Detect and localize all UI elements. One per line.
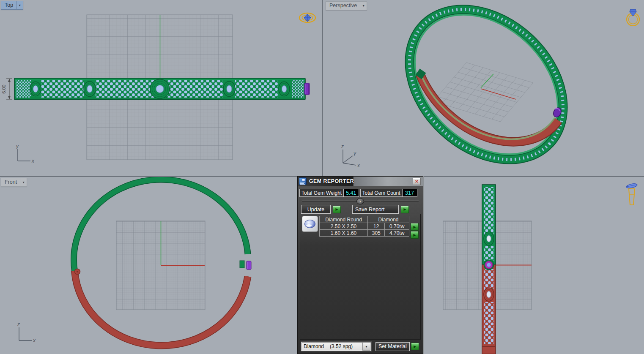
dialog-button-row: Update ▶ Save Report ▶ bbox=[298, 204, 423, 214]
gem-list-panel: Diamond Round Diamond 2.50 X 2.50 12 0.7… bbox=[300, 214, 421, 340]
hinge-pin bbox=[75, 269, 80, 275]
gem-count-cell: 12 bbox=[368, 223, 385, 230]
bezel-station bbox=[484, 288, 494, 301]
total-gem-weight-value: 5.41 bbox=[344, 189, 359, 197]
axis-y-label: y bbox=[353, 150, 356, 156]
gem-table-row[interactable]: 1.60 X 1.60 305 4.70tw bbox=[320, 230, 409, 237]
front-view-canvas[interactable]: z x bbox=[0, 177, 322, 354]
center-gem-bezel bbox=[484, 260, 494, 270]
ring-perspective-icon bbox=[627, 9, 639, 26]
axis-x-label: x bbox=[31, 158, 35, 164]
gem-size-cell: 1.60 X 1.60 bbox=[320, 230, 368, 237]
construction-grid bbox=[116, 221, 205, 310]
gem-table: Diamond Round Diamond 2.50 X 2.50 12 0.7… bbox=[319, 216, 409, 237]
bezel-station bbox=[84, 82, 96, 97]
axis-z-label: z bbox=[341, 144, 344, 150]
gem-reporter-icon bbox=[299, 177, 307, 185]
clasp-purple bbox=[304, 83, 310, 95]
gem-count-cell: 305 bbox=[368, 230, 385, 237]
dimension-label: 6.00 bbox=[1, 84, 6, 93]
axis-indicator: y x bbox=[16, 143, 35, 164]
total-gem-weight-stat: Total Gem Weight 5.41 bbox=[299, 189, 359, 197]
total-gem-count-stat: Total Gem Count 317 bbox=[360, 189, 417, 197]
total-gem-count-label: Total Gem Count bbox=[360, 189, 403, 197]
bracelet-side-view[interactable] bbox=[482, 185, 496, 354]
bracelet-perspective[interactable] bbox=[380, 0, 593, 176]
material-header: Diamond bbox=[368, 216, 409, 223]
round-gem-image bbox=[304, 220, 315, 228]
viewport-front[interactable]: z x Front ▼ bbox=[0, 177, 322, 354]
close-icon[interactable]: ✕ bbox=[413, 178, 421, 185]
axis-z-label: z bbox=[17, 321, 20, 327]
row-action-arrow-icon[interactable]: ▶ bbox=[411, 231, 419, 239]
save-report-button[interactable]: Save Report bbox=[352, 205, 399, 214]
grid-axis-red bbox=[481, 89, 516, 99]
ring-top-view-icon bbox=[299, 13, 315, 22]
bezel-station bbox=[223, 82, 235, 97]
viewport-perspective[interactable]: z y x Perspective ▼ bbox=[323, 0, 644, 176]
update-button[interactable]: Update bbox=[301, 205, 331, 214]
section-divider: ▲ bbox=[302, 198, 419, 204]
set-material-button[interactable]: Set Material bbox=[375, 342, 410, 351]
top-view-canvas[interactable]: 6.00 y x bbox=[0, 0, 322, 176]
set-material-action-arrow-icon[interactable]: ▶ bbox=[411, 343, 419, 350]
axis-y-label: y bbox=[16, 143, 19, 149]
material-bar: Diamond (3.52 spg) ▼ Set Material ▶ bbox=[301, 341, 419, 351]
save-report-action-arrow-icon[interactable]: ▶ bbox=[401, 206, 409, 213]
clasp-assembly bbox=[240, 261, 251, 270]
chevron-down-icon[interactable]: ▼ bbox=[362, 342, 370, 351]
total-gem-count-value: 317 bbox=[403, 189, 417, 197]
gem-stats-row: Total Gem Weight 5.41 Total Gem Count 31… bbox=[298, 186, 423, 198]
viewport-top[interactable]: 6.00 y x Top ▼ bbox=[0, 0, 322, 176]
dialog-title: GEM REPORTER bbox=[309, 178, 354, 184]
update-action-arrow-icon[interactable]: ▶ bbox=[333, 206, 341, 213]
dialog-titlebar[interactable]: GEM REPORTER ✕ bbox=[298, 177, 423, 186]
chevron-down-icon[interactable]: ▼ bbox=[20, 178, 27, 186]
gem-weight-cell: 0.70tw bbox=[385, 223, 409, 230]
bezel-station bbox=[484, 232, 494, 245]
gem-table-header-row: Diamond Round Diamond bbox=[320, 216, 409, 223]
gem-size-cell: 2.50 X 2.50 bbox=[320, 223, 368, 230]
axis-x-label: x bbox=[33, 338, 36, 343]
axis-x-label: x bbox=[357, 163, 360, 169]
gem-preview-thumbnail[interactable] bbox=[302, 216, 318, 232]
total-gem-weight-label: Total Gem Weight bbox=[299, 189, 344, 197]
center-bezel-station bbox=[150, 79, 170, 99]
gem-weight-cell: 4.70tw bbox=[385, 230, 409, 237]
viewport-tab-perspective[interactable]: Perspective ▼ bbox=[326, 1, 367, 10]
collapse-button[interactable]: ▲ bbox=[356, 198, 364, 204]
chevron-down-icon[interactable]: ▼ bbox=[16, 1, 23, 9]
gem-table-row[interactable]: 2.50 X 2.50 12 0.70tw bbox=[320, 223, 409, 230]
gem-type-header: Diamond Round bbox=[320, 216, 368, 223]
material-density: (3.52 spg) bbox=[330, 343, 362, 349]
axis-indicator: z x bbox=[17, 321, 36, 343]
material-dropdown[interactable]: Diamond (3.52 spg) ▼ bbox=[301, 342, 371, 351]
grid-axis-green bbox=[481, 74, 493, 88]
bracelet-band-top-view[interactable] bbox=[14, 78, 310, 100]
bezel-station bbox=[30, 82, 41, 96]
dimension-annotation: 6.00 bbox=[1, 79, 12, 99]
gem-reporter-dialog: GEM REPORTER ✕ Total Gem Weight 5.41 Tot… bbox=[297, 176, 423, 354]
axis-indicator: z y x bbox=[341, 144, 360, 169]
viewport-tab-front[interactable]: Front ▼ bbox=[1, 178, 27, 187]
material-name: Diamond bbox=[301, 343, 330, 349]
viewport-title: Front bbox=[1, 178, 20, 186]
viewport-title: Top bbox=[1, 1, 16, 9]
row-action-arrow-icon[interactable]: ▶ bbox=[411, 223, 419, 231]
chevron-down-icon[interactable]: ▼ bbox=[360, 2, 367, 10]
ring-side-view-icon bbox=[626, 183, 637, 205]
viewport-tab-top[interactable]: Top ▼ bbox=[1, 1, 23, 10]
viewport-title: Perspective bbox=[326, 2, 360, 10]
bezel-station bbox=[279, 82, 290, 96]
perspective-view-canvas[interactable]: z y x bbox=[323, 0, 644, 176]
